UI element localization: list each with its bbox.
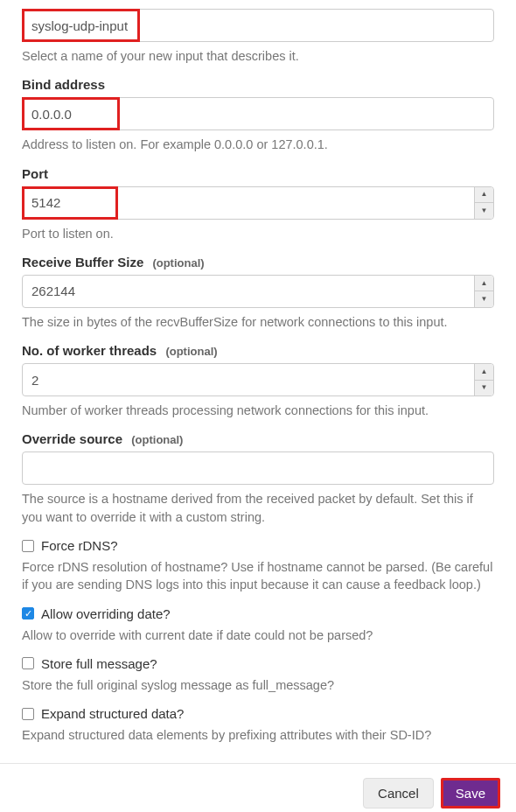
bind-help: Address to listen on. For example 0.0.0.…: [22, 136, 494, 153]
name-input[interactable]: [22, 9, 494, 42]
bind-group: Bind address Address to listen on. For e…: [22, 77, 494, 153]
chevron-down-icon[interactable]: ▼: [475, 203, 493, 219]
chevron-up-icon[interactable]: ▲: [475, 187, 493, 204]
allowdate-checkbox[interactable]: ✓: [22, 607, 34, 620]
expand-check-row[interactable]: Expand structured data?: [22, 706, 494, 721]
bind-input[interactable]: [22, 97, 494, 130]
allowdate-check-row[interactable]: ✓ Allow overriding date?: [22, 606, 494, 621]
chevron-down-icon[interactable]: ▼: [475, 381, 493, 396]
port-label: Port: [22, 166, 48, 181]
port-spinner[interactable]: ▲ ▼: [474, 187, 493, 219]
chevron-up-icon[interactable]: ▲: [475, 276, 493, 292]
expand-checkbox[interactable]: [22, 708, 34, 720]
recvbuf-spinner[interactable]: ▲ ▼: [474, 276, 493, 307]
rdns-help: Force rDNS resolution of hostname? Use i…: [22, 558, 494, 594]
rdns-checkbox[interactable]: [22, 540, 34, 552]
storefull-checkbox[interactable]: [22, 657, 34, 669]
dialog-footer: Cancel Save: [0, 763, 516, 812]
workers-label: No. of worker threads: [22, 343, 157, 358]
override-input[interactable]: [22, 452, 494, 485]
expand-group: Expand structured data? Expand structure…: [22, 706, 494, 744]
override-label: Override source: [22, 431, 122, 446]
cancel-button[interactable]: Cancel: [363, 778, 434, 808]
expand-help: Expand structured data elements by prefi…: [22, 726, 494, 744]
rdns-group: Force rDNS? Force rDNS resolution of hos…: [22, 538, 494, 594]
workers-group: No. of worker threads (optional) ▲ ▼ Num…: [22, 343, 494, 419]
port-input[interactable]: [22, 186, 494, 220]
port-help: Port to listen on.: [22, 225, 494, 242]
override-help: The source is a hostname derived from th…: [22, 490, 494, 526]
workers-help: Number of worker threads processing netw…: [22, 402, 494, 419]
recvbuf-help: The size in bytes of the recvBufferSize …: [22, 313, 494, 331]
storefull-check-row[interactable]: Store full message?: [22, 656, 494, 671]
rdns-check-row[interactable]: Force rDNS?: [22, 538, 494, 553]
override-group: Override source (optional) The source is…: [22, 431, 494, 526]
chevron-down-icon[interactable]: ▼: [475, 291, 493, 307]
workers-input[interactable]: [22, 363, 494, 396]
allowdate-group: ✓ Allow overriding date? Allow to overri…: [22, 606, 494, 644]
name-help: Select a name of your new input that des…: [22, 47, 494, 65]
storefull-label: Store full message?: [41, 656, 157, 671]
port-group: Port ▲ ▼ Port to listen on.: [22, 166, 494, 242]
bind-label: Bind address: [22, 77, 105, 92]
recvbuf-label: Receive Buffer Size: [22, 255, 143, 270]
allowdate-label: Allow overriding date?: [41, 606, 171, 621]
form-body: Select a name of your new input that des…: [0, 0, 516, 763]
chevron-up-icon[interactable]: ▲: [475, 364, 493, 381]
storefull-help: Store the full original syslog message a…: [22, 676, 494, 694]
expand-label: Expand structured data?: [41, 706, 184, 721]
workers-spinner[interactable]: ▲ ▼: [474, 364, 493, 396]
storefull-group: Store full message? Store the full origi…: [22, 656, 494, 694]
save-button[interactable]: Save: [441, 778, 500, 808]
name-group: Select a name of your new input that des…: [22, 9, 494, 65]
recvbuf-input[interactable]: [22, 275, 494, 308]
override-optional: (optional): [131, 433, 183, 446]
workers-optional: (optional): [165, 345, 217, 358]
recvbuf-group: Receive Buffer Size (optional) ▲ ▼ The s…: [22, 255, 494, 331]
allowdate-help: Allow to override with current date if d…: [22, 626, 494, 644]
rdns-label: Force rDNS?: [41, 538, 118, 553]
recvbuf-optional: (optional): [152, 256, 204, 270]
